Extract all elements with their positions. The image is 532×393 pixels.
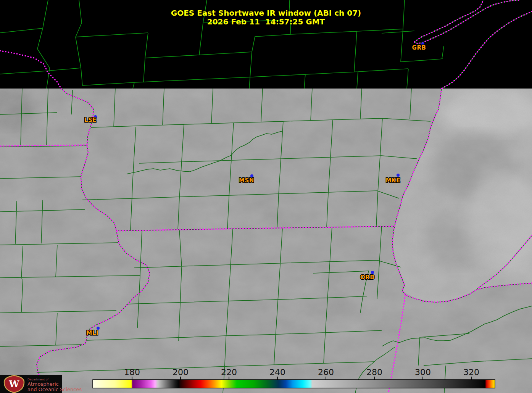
tick-label: 240: [269, 367, 285, 377]
tick-label: 200: [172, 367, 189, 377]
tick-label: 280: [366, 367, 382, 377]
tick-label: 260: [318, 367, 334, 377]
station-dot-mke: [397, 174, 400, 177]
logo-line1: Atmospheric: [27, 381, 59, 387]
tick-label: 180: [124, 367, 140, 377]
station-label-ord: ORD: [360, 274, 375, 281]
station-label-mli: MLI: [86, 330, 98, 337]
station-label-lse: LSE: [84, 117, 97, 124]
ir-imagery-layer: [0, 89, 532, 393]
tick-label: 320: [463, 367, 479, 377]
station-label-msn: MSN: [239, 177, 254, 184]
image-title: GOES East Shortwave IR window (ABI ch 07…: [171, 8, 361, 18]
tick-label: 300: [415, 367, 431, 377]
station-dot-ord: [371, 271, 374, 274]
uw-crest-icon: W: [4, 375, 24, 393]
station-label-grb: GRB: [412, 44, 426, 51]
logo-dept-line: Department of: [27, 378, 48, 381]
svg-text:W: W: [9, 379, 20, 390]
logo-line2: and Oceanic Sciences: [27, 387, 82, 392]
tick-label: 220: [221, 367, 237, 377]
image-timestamp: 2026 Feb 11 14:57:25 GMT: [207, 17, 325, 26]
station-label-mke: MKE: [386, 177, 400, 184]
satellite-map-canvas: GRB LSE MSN MKE ORD MLI GOES East Shortw…: [0, 0, 532, 393]
station-dot-mli: [97, 327, 100, 330]
satellite-image-viewport: GRB LSE MSN MKE ORD MLI GOES East Shortw…: [0, 0, 532, 393]
colorbar-gradient-bar: [93, 380, 495, 388]
